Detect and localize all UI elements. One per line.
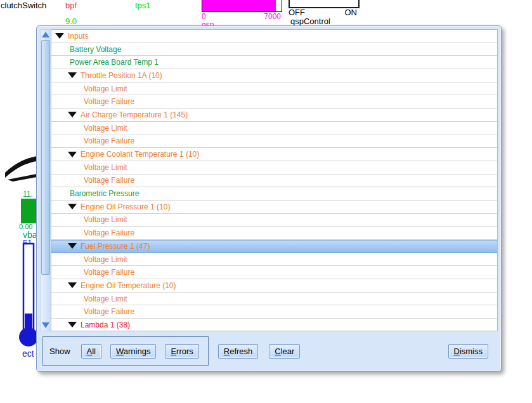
scroll-down-icon[interactable] [42, 322, 49, 328]
tree-row-label: Engine Oil Pressure 1 (10) [81, 202, 170, 211]
bpf-label: bpf [65, 1, 77, 10]
switch-off-label: OFF [289, 8, 305, 17]
expanded-triangle-icon[interactable] [68, 282, 77, 288]
tree-row-label: Engine Coolant Temperature 1 (10) [81, 150, 199, 159]
screen: clutchSwitch bpf tps1 9.0 0 7000 qsp OFF… [0, 0, 532, 403]
tree-row[interactable]: Voltage Limit [51, 253, 497, 267]
tree-row[interactable]: Voltage Failure [51, 135, 497, 149]
tree-row[interactable]: Fuel Pressure 1 (47) [51, 240, 497, 253]
expanded-triangle-icon[interactable] [68, 152, 77, 157]
tree-row[interactable]: Lambda 1 (38) [51, 319, 497, 331]
vbat-bar-gauge [21, 199, 36, 223]
expanded-triangle-icon[interactable] [68, 72, 77, 78]
scrollbar-thumb[interactable] [41, 40, 50, 275]
tree-row[interactable]: Power Area Board Temp 1 [51, 56, 497, 69]
tree-row[interactable]: Voltage Failure [51, 175, 497, 188]
show-label: Show [49, 347, 70, 356]
tree-row-label: Inputs [68, 32, 89, 41]
expanded-triangle-icon[interactable] [68, 204, 77, 209]
tree-row[interactable]: Voltage Limit [51, 293, 497, 306]
dismiss-button[interactable]: Dismiss [448, 344, 489, 359]
tree-row-label: Barometric Pressure [70, 189, 139, 198]
expanded-triangle-icon[interactable] [68, 112, 77, 117]
tree-row[interactable]: Voltage Limit [51, 214, 497, 227]
all-button[interactable]: All [81, 344, 101, 359]
tree-row-label: Voltage Failure [84, 307, 134, 316]
bpf-value: 9.0 [65, 17, 77, 26]
tree-row[interactable]: Voltage Failure [51, 305, 497, 319]
tree-row[interactable]: Inputs [51, 30, 497, 43]
tree-row-label: Battery Voltage [70, 45, 121, 54]
tree-row-label: Voltage Limit [84, 215, 127, 224]
clutch-switch-label: clutchSwitch [1, 1, 46, 10]
tree-row-label: Voltage Failure [84, 268, 134, 277]
warnings-dialog: InputsBattery VoltagePower Area Board Te… [36, 25, 502, 372]
tree-row-label: Voltage Limit [84, 84, 127, 93]
tree-row-label: Voltage Failure [84, 136, 134, 145]
tree-row[interactable]: Voltage Limit [51, 83, 497, 96]
tree-row-label: Voltage Limit [84, 255, 127, 264]
tree-row[interactable]: Engine Oil Pressure 1 (10) [51, 201, 497, 214]
tree-row[interactable]: Voltage Failure [51, 266, 497, 279]
rpm-bar-max-label: 7000 [260, 12, 281, 21]
tree-row[interactable]: Engine Oil Temperature (10) [51, 279, 497, 293]
tree-row-label: Voltage Limit [84, 163, 127, 172]
tree-row-label: Voltage Limit [84, 124, 127, 133]
tree-row[interactable]: Engine Coolant Temperature 1 (10) [51, 148, 497, 161]
tree-row-label: Voltage Failure [84, 97, 134, 106]
logo-swoosh-icon [3, 154, 38, 184]
tree-row-label: Power Area Board Temp 1 [70, 58, 159, 67]
show-filter-group: Show All Warnings Errors [42, 336, 209, 366]
tree-row[interactable]: Voltage Limit [51, 161, 497, 175]
tree-row-label: Fuel Pressure 1 (47) [81, 242, 150, 251]
tree-row[interactable]: Battery Voltage [51, 43, 497, 56]
tree-row-label: Voltage Failure [84, 176, 134, 185]
qsp-control-label: qspControl [290, 17, 330, 26]
dialog-footer: Show All Warnings Errors Refresh Clear D… [40, 331, 498, 371]
tree-row[interactable]: Barometric Pressure [51, 187, 497, 201]
tps1-label: tps1 [135, 1, 151, 10]
warning-tree: InputsBattery VoltagePower Area Board Te… [51, 29, 498, 331]
warnings-list-region: InputsBattery VoltagePower Area Board Te… [40, 29, 498, 331]
tree-row[interactable]: Voltage Failure [51, 227, 497, 240]
tree-row-label: Engine Oil Temperature (10) [81, 281, 176, 290]
tree-row[interactable]: Throttle Position 1A (10) [51, 69, 497, 83]
tree-row-label: Throttle Position 1A (10) [81, 71, 162, 80]
vbat-max-label: 11. [23, 190, 33, 199]
errors-button[interactable]: Errors [165, 344, 198, 359]
tree-row-label: Voltage Limit [84, 294, 127, 303]
refresh-button[interactable]: Refresh [218, 344, 259, 359]
ect-label: ect [22, 348, 34, 359]
expanded-triangle-icon[interactable] [68, 243, 77, 249]
switch-on-label: ON [342, 8, 357, 17]
expanded-triangle-icon[interactable] [68, 322, 77, 327]
vertical-scrollbar[interactable] [40, 29, 51, 331]
scroll-up-icon[interactable] [42, 32, 49, 37]
tree-row-label: Voltage Failure [84, 228, 134, 237]
tree-row[interactable]: Voltage Limit [51, 122, 497, 135]
tree-row[interactable]: Air Charge Temperature 1 (145) [51, 109, 497, 122]
warnings-button[interactable]: Warnings [110, 344, 156, 359]
rpm-bar-fill [202, 0, 276, 11]
expanded-triangle-icon[interactable] [55, 33, 64, 39]
tree-row-label: Lambda 1 (38) [81, 320, 130, 329]
rpm-bar-min-label: 0 [202, 12, 206, 21]
rpm-bar-gauge [202, 0, 282, 12]
tree-row[interactable]: Voltage Failure [51, 95, 497, 109]
tree-row-label: Air Charge Temperature 1 (145) [81, 110, 188, 119]
clear-button[interactable]: Clear [269, 344, 300, 359]
